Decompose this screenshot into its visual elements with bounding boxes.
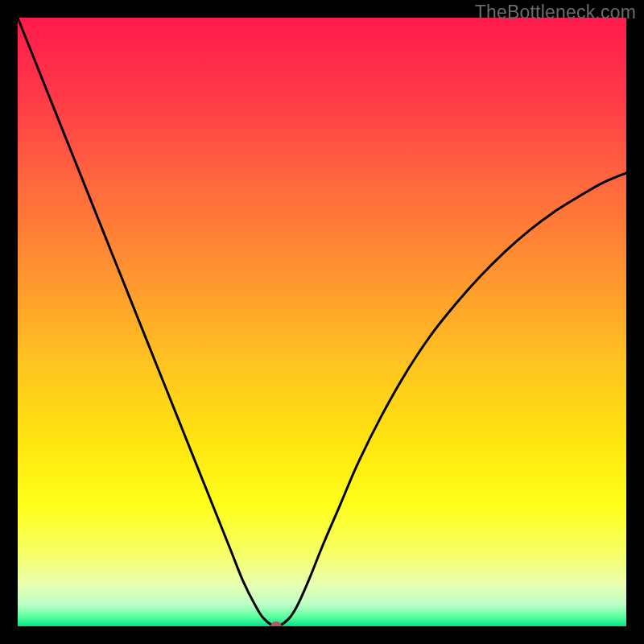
plot-area (18, 18, 626, 626)
optimal-point-marker (270, 621, 282, 626)
watermark-text: TheBottleneck.com (475, 2, 636, 23)
bottleneck-curve (18, 18, 626, 626)
chart-frame: TheBottleneck.com (0, 0, 644, 644)
